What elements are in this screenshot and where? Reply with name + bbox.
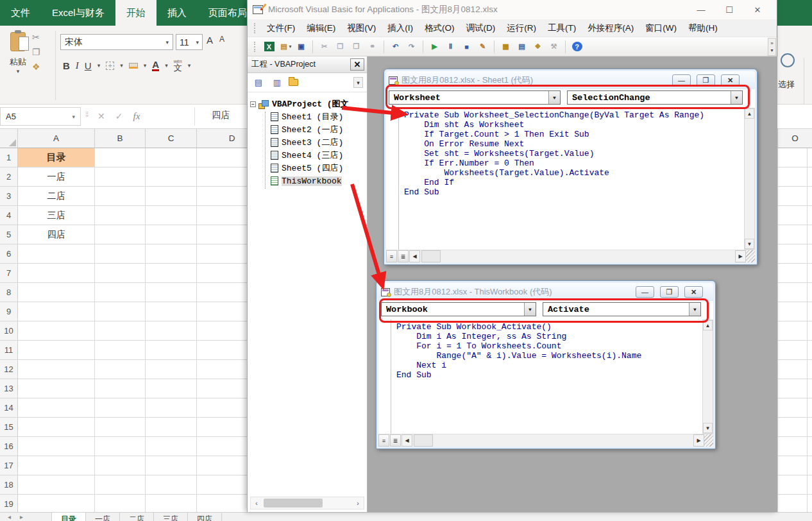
sheet-tab-1[interactable]: 目录 — [51, 513, 86, 521]
row-header-6[interactable]: 6 — [0, 244, 18, 264]
cell-C16[interactable] — [146, 437, 197, 456]
cell-far[interactable] — [777, 456, 812, 475]
maximize-button[interactable]: ❒ — [660, 286, 679, 298]
scroll-down-icon[interactable]: ▼ — [745, 239, 754, 249]
sheet-tab-4[interactable]: 三店 — [154, 513, 188, 521]
full-module-view-button[interactable]: ≣ — [398, 250, 409, 262]
cell-far[interactable] — [777, 321, 812, 341]
insert-function-button[interactable]: fx — [133, 111, 140, 122]
cell-A17[interactable] — [18, 456, 95, 475]
cell-far[interactable] — [777, 475, 812, 495]
full-module-view-button[interactable]: ≣ — [390, 434, 401, 447]
procedure-view-button[interactable]: ≡ — [386, 250, 397, 262]
cell-far[interactable] — [777, 360, 812, 379]
cell-far[interactable] — [777, 341, 812, 360]
find-icon[interactable]: ⚭ — [365, 40, 380, 54]
row-header-10[interactable]: 10 — [0, 321, 18, 341]
vertical-scrollbar[interactable]: ▲ ▼ — [744, 108, 755, 250]
tree-item-vbaproject[interactable]: −VBAProject (图文 — [248, 98, 367, 110]
column-header-B[interactable]: B — [95, 129, 146, 148]
cell-A7[interactable] — [18, 264, 95, 283]
sheet-tab-3[interactable]: 二店 — [120, 513, 154, 521]
cell-B10[interactable] — [95, 321, 146, 341]
procedure-view-button[interactable]: ≡ — [378, 434, 389, 447]
cell-A3[interactable]: 二店 — [18, 187, 95, 206]
font-name-select[interactable]: 宋体 ▾ — [60, 34, 173, 50]
minimize-button[interactable]: — — [687, 1, 715, 18]
row-header-15[interactable]: 15 — [0, 418, 18, 437]
row-header-13[interactable]: 13 — [0, 379, 18, 398]
row-header-4[interactable]: 4 — [0, 206, 18, 225]
bold-button[interactable]: B — [63, 60, 70, 71]
cell-A11[interactable] — [18, 341, 95, 360]
drag-grip[interactable] — [254, 42, 257, 52]
cell-A13[interactable] — [18, 379, 95, 398]
row-header-7[interactable]: 7 — [0, 264, 18, 283]
cell-B2[interactable] — [95, 167, 146, 187]
cut-icon[interactable]: ✂ — [317, 40, 332, 54]
cell-C3[interactable] — [146, 187, 197, 206]
cell-far[interactable] — [777, 398, 812, 418]
cell-A12[interactable] — [18, 360, 95, 379]
vba-menu-item-6[interactable]: 调试(D) — [461, 22, 502, 34]
enter-button[interactable]: ✓ — [115, 111, 123, 121]
vba-menu-item-10[interactable]: 窗口(W) — [639, 22, 682, 34]
underline-button[interactable]: U — [85, 60, 92, 71]
copy-button[interactable]: ❐ — [32, 47, 40, 57]
cell-C11[interactable] — [146, 341, 197, 360]
collapse-icon[interactable]: − — [250, 101, 256, 107]
row-header-14[interactable]: 14 — [0, 398, 18, 418]
scroll-left-icon[interactable]: ◀ — [402, 434, 412, 447]
cell-C10[interactable] — [146, 321, 197, 341]
row-header-1[interactable]: 1 — [0, 148, 18, 167]
cell-C5[interactable] — [146, 225, 197, 244]
vba-menu-item-11[interactable]: 帮助(H) — [682, 22, 723, 34]
break-icon[interactable]: Ⅱ — [443, 40, 458, 54]
cell-C6[interactable] — [146, 244, 197, 264]
scroll-down-icon[interactable]: ▼ — [703, 423, 713, 433]
vba-menu-item-3[interactable]: 视图(V) — [341, 22, 382, 34]
vba-menu-item-7[interactable]: 运行(R) — [501, 22, 542, 34]
vba-menu-item-5[interactable]: 格式(O) — [419, 22, 461, 34]
cell-A1[interactable]: 目录 — [18, 148, 95, 167]
vba-menu-item-4[interactable]: 插入(I) — [382, 22, 419, 34]
close-button[interactable]: ✕ — [684, 286, 703, 298]
code-editor[interactable]: Private Sub Worksheet_SelectionChange(By… — [386, 108, 744, 250]
run-icon[interactable]: ▶ — [427, 40, 442, 54]
cell-A14[interactable] — [18, 398, 95, 418]
cell-far[interactable] — [777, 206, 812, 225]
scroll-left-icon[interactable]: ◀ — [409, 250, 420, 262]
properties-window-icon[interactable]: ▤ — [514, 40, 529, 54]
row-header-5[interactable]: 5 — [0, 225, 18, 244]
view-object-button[interactable]: ▥ — [270, 76, 284, 89]
cell-A6[interactable] — [18, 244, 95, 264]
row-header-19[interactable]: 19 — [0, 495, 18, 514]
cell-C1[interactable] — [146, 148, 197, 167]
sheet-tab-2[interactable]: 一店 — [86, 513, 120, 521]
ribbon-tab-other[interactable]: Excel与财务 — [41, 0, 115, 26]
sheet-nav-buttons[interactable]: ◂▸ — [0, 513, 51, 521]
formula-bar-grip[interactable]: ⁞⁞ — [85, 110, 88, 118]
scroll-right-icon[interactable]: ▶ — [693, 434, 704, 447]
scrollbar-thumb[interactable] — [421, 250, 441, 262]
scrollbar-thumb[interactable] — [264, 499, 323, 508]
row-header-12[interactable]: 12 — [0, 360, 18, 379]
select-all-corner[interactable] — [0, 129, 18, 148]
cell-far[interactable] — [777, 495, 812, 514]
cell-A10[interactable] — [18, 321, 95, 341]
scrollbar-thumb[interactable] — [414, 434, 433, 447]
cell-C4[interactable] — [146, 206, 197, 225]
font-color-button[interactable]: A — [152, 60, 159, 72]
cell-B14[interactable] — [95, 398, 146, 418]
chevron-down-icon[interactable]: ▾ — [353, 77, 363, 88]
vba-menu-item-9[interactable]: 外接程序(A) — [582, 22, 639, 34]
maximize-button[interactable]: ☐ — [715, 1, 743, 18]
toggle-folders-button[interactable] — [289, 79, 298, 86]
fill-color-button[interactable] — [129, 63, 138, 69]
cell-C18[interactable] — [146, 475, 197, 495]
cell-far[interactable] — [777, 379, 812, 398]
cell-B11[interactable] — [95, 341, 146, 360]
cell-B5[interactable] — [95, 225, 146, 244]
row-header-18[interactable]: 18 — [0, 475, 18, 495]
vertical-scrollbar[interactable]: ▲ ▼ — [702, 320, 713, 434]
